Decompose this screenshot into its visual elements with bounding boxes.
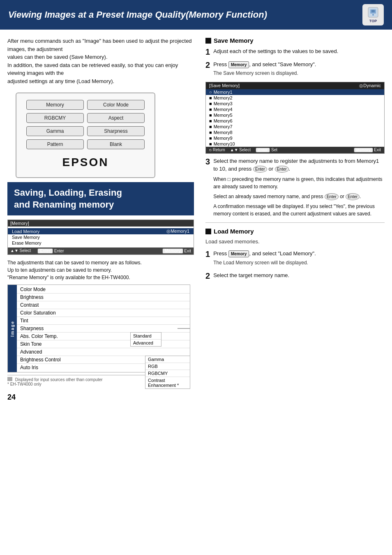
memory-row-3[interactable]: ■Memory3: [206, 101, 384, 106]
suboption-gamma: Gamma: [145, 356, 190, 363]
page-title: Viewing Images at a Preset Image Quality…: [8, 9, 267, 20]
step2-sub: The Save Memory screen is displayed.: [213, 70, 385, 77]
intro-text: After menu commands such as "Image" has …: [7, 37, 194, 85]
load-memory-btn[interactable]: Memory: [228, 250, 249, 257]
diagram-item-colormode: Color Mode: [17, 286, 190, 294]
step3-number: 3: [205, 157, 210, 166]
step1-number: 1: [205, 47, 210, 56]
load-step2: 2 Select the target memory name.: [205, 271, 385, 280]
diagram-item-contrast: Contrast: [17, 301, 190, 309]
diagram-container: Image Color Mode Brightness Contrast Col…: [7, 284, 190, 372]
memory-row-2[interactable]: ■Memory2: [206, 95, 384, 101]
svg-point-2: [372, 14, 374, 16]
step2-number: 2: [205, 60, 210, 69]
step3-save: 3 Select the memory name to register the…: [205, 157, 385, 217]
memory-row-10[interactable]: ■Memory10: [206, 141, 384, 147]
diagram-item-advanced: Advanced: [17, 348, 190, 356]
memory-ui-row-load: Load Memory ◎Memory1: [8, 228, 194, 234]
diagram-side-text: Image: [10, 321, 15, 337]
memory-row-1[interactable]: ○Memory1: [206, 89, 384, 95]
left-column: After menu commands such as "Image" has …: [0, 30, 201, 402]
menu-btn-gamma: Gamma: [26, 126, 84, 136]
suboption-advanced: Advanced: [131, 340, 161, 346]
enter-btn4[interactable]: Enter: [346, 193, 360, 200]
suboption-standard: Standard: [131, 333, 161, 340]
menu-btn-aspect: Aspect: [87, 113, 145, 123]
right-column: Save Memory 1 Adjust each of the setting…: [201, 30, 392, 402]
suboption-rgb: RGB: [145, 363, 190, 370]
memory-ui-row-save: Save Memory: [12, 234, 189, 240]
diagram-item-colorsaturation: Color Saturation: [17, 309, 190, 317]
diagram-item-sharpness: Sharpness: [17, 325, 190, 333]
projector-menu-box: Memory Color Mode RGBCMY Aspect Gamma Sh…: [16, 92, 155, 178]
sharpness-suboptions: Standard Advanced: [130, 332, 161, 347]
memory-row-5[interactable]: ■Memory5: [206, 112, 384, 118]
divider: [205, 222, 385, 223]
diagram-side-bar: Image: [8, 285, 17, 372]
step2-text: Press Memory, and select "Save Memory". …: [213, 60, 385, 77]
memory-ui-row-erase: Erase Memory: [12, 240, 189, 246]
enter-btn3[interactable]: Enter: [325, 193, 339, 200]
footnote-symbol: [7, 377, 12, 381]
diagram-item-tint: Tint: [17, 317, 190, 325]
memory-row-4[interactable]: ■Memory4: [206, 106, 384, 112]
saving-box-title: Saving, Loading, Erasingand Renaming mem…: [14, 187, 187, 210]
memory-row-9[interactable]: ■Memory9: [206, 135, 384, 141]
menu-btn-memory: Memory: [26, 100, 84, 110]
section-title-icon: [205, 38, 211, 44]
save-memory-footer: ⎋ Return ▲▼ Select Enter Set Memory Exit: [206, 147, 384, 153]
diagram-item-abscolortemp: Abs. Color Temp.: [17, 333, 190, 340]
step1-text: Adjust each of the settings to the value…: [213, 47, 385, 56]
menu-btn-blank: Blank: [87, 139, 145, 149]
epson-logo: EPSON: [26, 156, 145, 169]
load-step1: 1 Press Memory, and select "Load Memory"…: [205, 250, 385, 266]
memory-btn[interactable]: Memory: [228, 61, 249, 68]
top-label: TOP: [369, 19, 377, 23]
diagram-item-skintone: Skin Tone: [17, 340, 190, 348]
memory-ui-header: [Memory]: [8, 220, 194, 227]
load-step1-number: 1: [205, 250, 210, 259]
page-number: 24: [7, 393, 194, 402]
memory-row-8[interactable]: ■Memory8: [206, 130, 384, 135]
svg-rect-3: [371, 10, 375, 12]
advanced-suboptions: Gamma RGB RGBCMY Contrast Enhancement *: [145, 356, 190, 389]
load-step2-text: Select the target memory name.: [213, 271, 385, 280]
memory-ui-footer: ▲▼ Select Enter Enter Memory Exit: [8, 247, 194, 254]
load-step1-text: Press Memory, and select "Load Memory". …: [213, 250, 385, 266]
saving-box: Saving, Loading, Erasingand Renaming mem…: [7, 182, 194, 215]
memory-row-7[interactable]: ■Memory7: [206, 124, 384, 130]
memory-ui-box: [Memory] Load Memory ◎Memory1 Save Memor…: [7, 220, 194, 255]
desc-text: The adjustments that can be saved to mem…: [7, 259, 194, 281]
menu-btn-pattern: Pattern: [26, 139, 84, 149]
step3-para3: A confirmation message will be displayed…: [213, 203, 385, 217]
load-memory-desc: Load saved memories.: [205, 238, 385, 245]
menu-btn-sharpness: Sharpness: [87, 126, 145, 136]
load-step2-number: 2: [205, 271, 210, 280]
step3-text: Select the memory name to register the a…: [213, 157, 385, 217]
diagram-item-brightness: Brightness: [17, 294, 190, 301]
enter-btn1[interactable]: Enter: [253, 166, 267, 173]
load-section-icon: [205, 229, 211, 234]
step3-para1: When □ preceding the memory name is gree…: [213, 176, 385, 190]
projector-menu-grid: Memory Color Mode RGBCMY Aspect Gamma Sh…: [26, 100, 145, 149]
suboption-contrastenhancement: Contrast Enhancement *: [145, 377, 190, 388]
page-header: Viewing Images at a Preset Image Quality…: [0, 0, 392, 30]
enter-btn2[interactable]: Enter: [275, 166, 289, 173]
save-memory-ui: [Save Memory] ◎Dynamic ○Memory1 ■Memory2…: [205, 82, 385, 154]
menu-btn-rgbcmy: RGBCMY: [26, 113, 84, 123]
load-memory-section-title: Load Memory: [205, 228, 385, 235]
memory-row-6[interactable]: ■Memory6: [206, 118, 384, 124]
save-memory-ui-header: [Save Memory] ◎Dynamic: [206, 82, 384, 89]
suboption-rgbcmy: RGBCMY: [145, 370, 190, 377]
top-icon[interactable]: TOP: [362, 4, 384, 25]
step1-save: 1 Adjust each of the settings to the val…: [205, 47, 385, 56]
save-memory-section-title: Save Memory: [205, 37, 385, 44]
menu-btn-colormode: Color Mode: [87, 100, 145, 110]
load-step1-sub: The Load Memory screen will be displayed…: [213, 259, 385, 266]
step3-para2: Select an already saved memory name, and…: [213, 193, 385, 200]
main-content: After menu commands such as "Image" has …: [0, 30, 392, 402]
step2-save: 2 Press Memory, and select "Save Memory"…: [205, 60, 385, 77]
